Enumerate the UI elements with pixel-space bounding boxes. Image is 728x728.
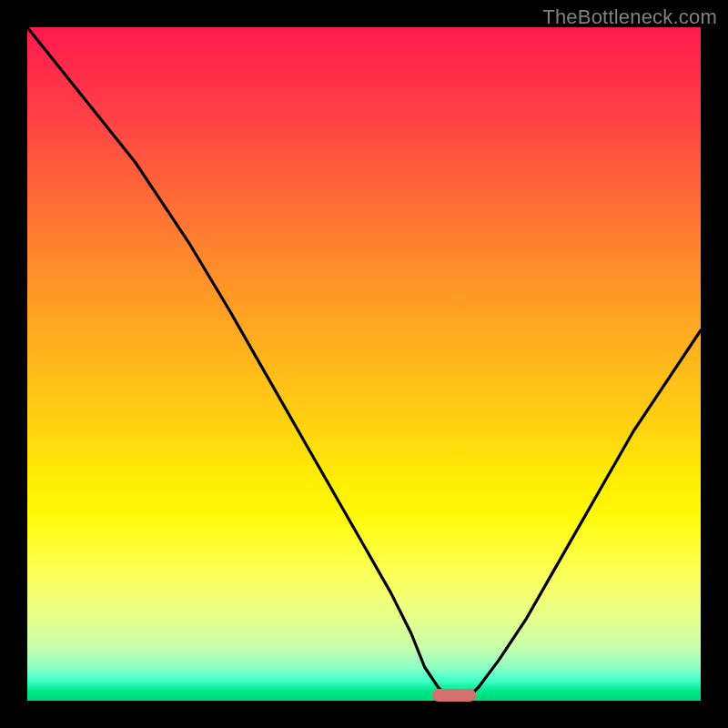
minimum-marker — [432, 689, 476, 702]
chart-overlay — [27, 27, 701, 701]
watermark-text: TheBottleneck.com — [542, 5, 717, 29]
bottleneck-curve — [27, 27, 701, 701]
chart-frame: TheBottleneck.com — [0, 0, 728, 728]
